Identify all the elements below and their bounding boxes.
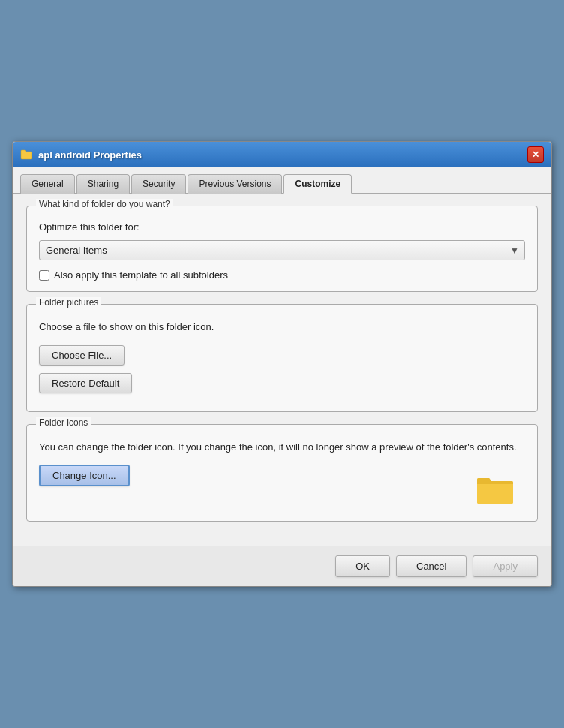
title-bar-left: apl android Properties xyxy=(20,149,142,161)
tab-customize[interactable]: Customize xyxy=(284,174,352,194)
subfolders-checkbox-row: Also apply this template to all subfolde… xyxy=(39,269,525,281)
folder-pictures-buttons: Choose File... Restore Default xyxy=(39,345,525,401)
apply-button[interactable]: Apply xyxy=(472,555,538,577)
folder-preview-svg xyxy=(476,471,514,507)
subfolders-checkbox[interactable] xyxy=(39,270,50,281)
change-icon-button[interactable]: Change Icon... xyxy=(39,465,130,486)
window-icon xyxy=(20,149,32,161)
tabs-container: General Sharing Security Previous Versio… xyxy=(13,167,551,194)
tab-security[interactable]: Security xyxy=(131,174,186,194)
folder-pictures-description: Choose a file to show on this folder ico… xyxy=(39,320,525,335)
tab-previous-versions[interactable]: Previous Versions xyxy=(188,174,282,194)
folder-pictures-title: Folder pictures xyxy=(36,297,101,308)
ok-button[interactable]: OK xyxy=(335,555,390,577)
tab-content: What kind of folder do you want? Optimiz… xyxy=(13,194,551,546)
folder-icons-inner: You can change the folder icon. If you c… xyxy=(39,440,525,495)
folder-icons-title: Folder icons xyxy=(36,417,91,428)
folder-icons-section: Folder icons You can change the folder i… xyxy=(26,424,538,522)
dropdown-wrapper: General Items Documents Pictures Music V… xyxy=(39,240,525,260)
restore-default-button[interactable]: Restore Default xyxy=(39,373,132,393)
tab-sharing[interactable]: Sharing xyxy=(76,174,130,194)
properties-window: apl android Properties ✕ General Sharing… xyxy=(12,141,552,587)
window-title: apl android Properties xyxy=(38,149,142,161)
close-button[interactable]: ✕ xyxy=(527,146,544,163)
tab-general[interactable]: General xyxy=(20,174,75,194)
choose-file-button[interactable]: Choose File... xyxy=(39,345,124,366)
folder-pictures-inner: Choose a file to show on this folder ico… xyxy=(39,320,525,401)
optimize-label: Optimize this folder for: xyxy=(39,221,525,233)
folder-icon-preview xyxy=(476,471,514,509)
folder-type-inner: Optimize this folder for: General Items … xyxy=(39,221,525,281)
folder-type-section-title: What kind of folder do you want? xyxy=(36,199,173,209)
footer-bar: OK Cancel Apply xyxy=(13,546,551,586)
folder-pictures-section: Folder pictures Choose a file to show on… xyxy=(26,304,538,412)
subfolders-label: Also apply this template to all subfolde… xyxy=(54,269,228,281)
cancel-button[interactable]: Cancel xyxy=(396,555,466,577)
dropdown-container: General Items Documents Pictures Music V… xyxy=(39,240,525,260)
folder-type-dropdown[interactable]: General Items Documents Pictures Music V… xyxy=(39,240,525,260)
folder-type-section: What kind of folder do you want? Optimiz… xyxy=(26,206,538,292)
title-bar: apl android Properties ✕ xyxy=(13,142,551,167)
folder-icons-description: You can change the folder icon. If you c… xyxy=(39,440,525,455)
